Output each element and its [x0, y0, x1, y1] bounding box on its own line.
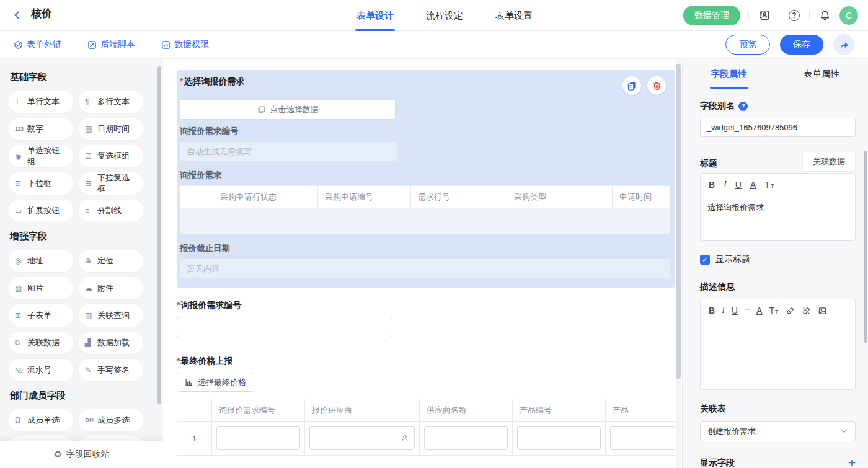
- field-pill-divider[interactable]: ≡分割线: [79, 200, 143, 222]
- linked-data-button[interactable]: 关联数据: [802, 152, 856, 172]
- checkbox-checked-icon[interactable]: ✓: [700, 255, 710, 265]
- cell-input-product-no[interactable]: [517, 426, 601, 450]
- remove-link-icon[interactable]: [802, 306, 811, 316]
- field-pill-serial-number[interactable]: №流水号: [9, 359, 73, 381]
- save-button[interactable]: 保存: [780, 35, 823, 55]
- tab-flow-setting[interactable]: 流程设定: [426, 0, 463, 31]
- field-pill-checkbox-group[interactable]: ☑复选框组: [79, 145, 143, 167]
- field-pill-location[interactable]: ⊕定位: [79, 250, 143, 272]
- font-size-button[interactable]: T: [764, 180, 774, 189]
- bold-button[interactable]: B: [709, 306, 715, 315]
- pick-data-button[interactable]: 点击选择数据: [180, 99, 396, 120]
- insert-link-icon[interactable]: [786, 306, 795, 316]
- cell-input-request-no[interactable]: [216, 426, 300, 450]
- field-pill-multi-line-text[interactable]: ¶多行文本: [79, 91, 143, 113]
- bold-button[interactable]: B: [709, 180, 715, 189]
- align-button[interactable]: ≡: [745, 306, 750, 315]
- field-request-number[interactable]: 询报价需求编号: [177, 300, 661, 337]
- delete-field-button[interactable]: [647, 76, 666, 95]
- field-pill-member-single[interactable]: Ω成员单选: [9, 409, 73, 431]
- tab-form-setting[interactable]: 表单设置: [495, 0, 533, 31]
- field-pill-single-line-text[interactable]: T单行文本: [9, 91, 73, 113]
- field-pill-number[interactable]: 123数字: [9, 118, 73, 140]
- multi-select-icon: ⊟: [85, 179, 97, 188]
- sidebar-scrollbar[interactable]: [157, 66, 161, 404]
- field-pill-select[interactable]: ⊡下拉框: [9, 172, 73, 195]
- field-pill-extend-button[interactable]: ▭扩展按钮: [9, 200, 73, 222]
- field-pill-subform[interactable]: ⊞子表单: [9, 304, 73, 327]
- add-display-field-icon[interactable]: +: [848, 457, 856, 468]
- user-avatar[interactable]: C: [839, 6, 858, 25]
- font-color-button[interactable]: A: [750, 180, 756, 189]
- panel-scrollbar[interactable]: [864, 151, 867, 343]
- cell-input-supplier[interactable]: [309, 426, 415, 450]
- field-pill-linked-query[interactable]: ▥关联查询: [79, 304, 143, 327]
- subform-icon: ⊞: [15, 311, 27, 320]
- table-row: 1: [177, 422, 679, 456]
- field-pill-attachment[interactable]: ☁附件: [79, 277, 143, 299]
- notification-bell-icon[interactable]: [818, 9, 831, 22]
- field-pill-image[interactable]: ▧图片: [9, 277, 73, 299]
- field-pill-data-load[interactable]: ▟数据加载: [79, 332, 143, 354]
- sub-field-label-deadline: 报价截止日期: [180, 243, 670, 254]
- bar-chart-icon: [185, 378, 193, 387]
- field-pill-signature[interactable]: ✎手写签名: [79, 359, 143, 381]
- cell-input-product[interactable]: [610, 426, 675, 450]
- field-pill-member-multi[interactable]: ΩΩ成员多选: [79, 409, 143, 431]
- description-editor-content[interactable]: [701, 322, 855, 389]
- underline-button[interactable]: U: [735, 180, 742, 189]
- field-pill-datetime[interactable]: ▦日期时间: [79, 118, 143, 140]
- tab-field-properties[interactable]: 字段属性: [683, 59, 776, 89]
- backend-script-link[interactable]: 后端脚本: [87, 39, 135, 50]
- field-pill-linked-data[interactable]: ⧉关联数据: [9, 332, 73, 354]
- table-header-empty: [177, 399, 211, 421]
- back-icon[interactable]: [10, 9, 24, 22]
- field-pill-multi-select[interactable]: ⊟下拉复选框: [79, 172, 143, 195]
- auto-number-input[interactable]: 自动生成无需填写: [180, 141, 398, 162]
- share-button[interactable]: [833, 34, 854, 55]
- tab-form-properties[interactable]: 表单属性: [776, 59, 868, 89]
- title-editor-content[interactable]: 选择询报价需求: [701, 196, 855, 240]
- request-number-input[interactable]: [177, 317, 392, 337]
- data-permission-link[interactable]: 数据权限: [161, 39, 209, 50]
- italic-button[interactable]: I: [722, 306, 725, 315]
- duplicate-field-button[interactable]: [622, 76, 641, 95]
- field-pill-address[interactable]: ◎地址: [9, 250, 73, 272]
- contacts-book-icon[interactable]: [757, 9, 771, 22]
- canvas-scrollbar[interactable]: [676, 64, 681, 379]
- section-title-member: 部门成员字段: [10, 390, 154, 402]
- description-label: 描述信息: [700, 281, 856, 293]
- alias-input[interactable]: _widget_1657609785096: [700, 118, 856, 137]
- field-recycle-bin[interactable]: ♻ 字段回收站: [0, 441, 163, 468]
- sub-field-label-table: 询报价需求: [180, 170, 670, 181]
- selected-field-linked-data[interactable]: 选择询报价需求 点击选择数据 询报价需求编号 自动生成无需填: [177, 70, 675, 288]
- show-title-checkbox-row[interactable]: ✓ 显示标题: [700, 254, 856, 265]
- insert-image-icon[interactable]: [818, 306, 827, 316]
- data-manage-button[interactable]: 数据管理: [683, 6, 740, 25]
- field-final-price[interactable]: 最终价格上报 选择最终价格 询报价需求编号 报价供应商 供应商名称 产品编号 产…: [177, 356, 661, 456]
- choose-final-price-button[interactable]: 选择最终价格: [177, 373, 254, 392]
- tab-form-design[interactable]: 表单设计: [356, 0, 394, 31]
- relation-table-select[interactable]: 创建报价需求: [700, 421, 856, 441]
- font-color-button[interactable]: A: [756, 306, 762, 315]
- relation-table-label: 关联表: [700, 404, 856, 415]
- deadline-input[interactable]: 暂无内容: [180, 258, 670, 279]
- alias-help-icon[interactable]: [738, 102, 748, 111]
- font-size-button[interactable]: T: [769, 306, 778, 315]
- form-title[interactable]: 核价: [30, 6, 58, 24]
- form-external-link[interactable]: 表单外链: [14, 39, 61, 50]
- pick-data-icon: [257, 105, 266, 114]
- underline-button[interactable]: U: [732, 306, 738, 315]
- recycle-icon: ♻: [53, 449, 61, 460]
- italic-button[interactable]: I: [724, 180, 727, 189]
- field-label: 选择询报价需求: [180, 76, 244, 87]
- divider-icon: ≡: [85, 206, 97, 215]
- alias-label: 字段别名: [700, 100, 735, 112]
- preview-button[interactable]: 预览: [725, 35, 770, 55]
- form-designer-app: 核价 表单设计 流程设定 表单设置 数据管理 C 表单外链: [0, 0, 868, 468]
- help-icon[interactable]: [787, 9, 801, 22]
- field-pill-radio-group[interactable]: ◉单选按钮组: [9, 145, 73, 167]
- cell-input-supplier-name[interactable]: [424, 426, 508, 450]
- image-icon: ▧: [15, 284, 27, 293]
- description-editor: B I U ≡ A T: [700, 299, 856, 390]
